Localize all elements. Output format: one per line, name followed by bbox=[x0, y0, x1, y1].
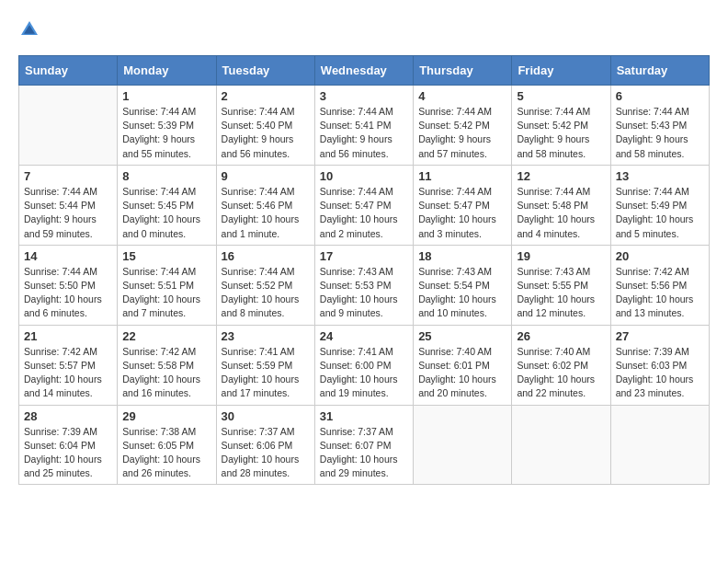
day-number: 9 bbox=[222, 169, 310, 183]
weekday-header-saturday: Saturday bbox=[610, 56, 709, 86]
calendar-cell: 22Sunrise: 7:42 AM Sunset: 5:58 PM Dayli… bbox=[118, 325, 216, 405]
logo bbox=[18, 18, 44, 40]
calendar-cell: 4Sunrise: 7:44 AM Sunset: 5:42 PM Daylig… bbox=[414, 86, 512, 166]
calendar-cell: 3Sunrise: 7:44 AM Sunset: 5:41 PM Daylig… bbox=[314, 86, 413, 166]
calendar-cell: 10Sunrise: 7:44 AM Sunset: 5:47 PM Dayli… bbox=[314, 165, 413, 245]
calendar-table: SundayMondayTuesdayWednesdayThursdayFrid… bbox=[18, 55, 710, 485]
day-number: 10 bbox=[320, 169, 408, 183]
calendar-cell: 5Sunrise: 7:44 AM Sunset: 5:42 PM Daylig… bbox=[512, 86, 610, 166]
day-info: Sunrise: 7:38 AM Sunset: 6:05 PM Dayligh… bbox=[122, 425, 210, 481]
day-number: 12 bbox=[517, 169, 605, 183]
calendar-cell: 21Sunrise: 7:42 AM Sunset: 5:57 PM Dayli… bbox=[19, 325, 118, 405]
calendar-cell: 12Sunrise: 7:44 AM Sunset: 5:48 PM Dayli… bbox=[512, 165, 610, 245]
week-row-1: 1Sunrise: 7:44 AM Sunset: 5:39 PM Daylig… bbox=[19, 86, 710, 166]
day-info: Sunrise: 7:41 AM Sunset: 6:00 PM Dayligh… bbox=[320, 345, 408, 401]
day-info: Sunrise: 7:44 AM Sunset: 5:52 PM Dayligh… bbox=[222, 265, 310, 321]
day-info: Sunrise: 7:43 AM Sunset: 5:54 PM Dayligh… bbox=[418, 265, 506, 321]
page-header bbox=[18, 18, 710, 40]
day-info: Sunrise: 7:44 AM Sunset: 5:39 PM Dayligh… bbox=[122, 105, 210, 161]
calendar-cell bbox=[512, 405, 610, 485]
day-info: Sunrise: 7:44 AM Sunset: 5:51 PM Dayligh… bbox=[122, 265, 210, 321]
day-number: 31 bbox=[320, 409, 408, 423]
calendar-cell bbox=[610, 405, 709, 485]
day-number: 25 bbox=[418, 329, 506, 343]
calendar-cell: 27Sunrise: 7:39 AM Sunset: 6:03 PM Dayli… bbox=[610, 325, 709, 405]
day-number: 7 bbox=[24, 169, 112, 183]
day-number: 29 bbox=[122, 409, 210, 423]
day-number: 26 bbox=[517, 329, 605, 343]
calendar-cell: 15Sunrise: 7:44 AM Sunset: 5:51 PM Dayli… bbox=[118, 245, 216, 325]
day-info: Sunrise: 7:44 AM Sunset: 5:41 PM Dayligh… bbox=[320, 105, 408, 161]
day-number: 24 bbox=[320, 329, 408, 343]
day-number: 23 bbox=[222, 329, 310, 343]
day-number: 21 bbox=[24, 329, 112, 343]
day-number: 27 bbox=[616, 329, 704, 343]
calendar-cell: 14Sunrise: 7:44 AM Sunset: 5:50 PM Dayli… bbox=[19, 245, 118, 325]
calendar-cell: 23Sunrise: 7:41 AM Sunset: 5:59 PM Dayli… bbox=[216, 325, 314, 405]
calendar-cell: 6Sunrise: 7:44 AM Sunset: 5:43 PM Daylig… bbox=[610, 86, 709, 166]
day-info: Sunrise: 7:44 AM Sunset: 5:50 PM Dayligh… bbox=[24, 265, 112, 321]
week-row-4: 21Sunrise: 7:42 AM Sunset: 5:57 PM Dayli… bbox=[19, 325, 710, 405]
day-info: Sunrise: 7:39 AM Sunset: 6:03 PM Dayligh… bbox=[616, 345, 704, 401]
day-number: 22 bbox=[122, 329, 210, 343]
day-info: Sunrise: 7:40 AM Sunset: 6:01 PM Dayligh… bbox=[418, 345, 506, 401]
day-info: Sunrise: 7:44 AM Sunset: 5:42 PM Dayligh… bbox=[517, 105, 605, 161]
day-number: 20 bbox=[616, 249, 704, 263]
day-info: Sunrise: 7:39 AM Sunset: 6:04 PM Dayligh… bbox=[24, 425, 112, 481]
calendar-cell bbox=[19, 86, 118, 166]
day-number: 19 bbox=[517, 249, 605, 263]
day-info: Sunrise: 7:44 AM Sunset: 5:45 PM Dayligh… bbox=[122, 185, 210, 241]
day-info: Sunrise: 7:44 AM Sunset: 5:47 PM Dayligh… bbox=[418, 185, 506, 241]
weekday-header-sunday: Sunday bbox=[19, 56, 118, 86]
day-info: Sunrise: 7:42 AM Sunset: 5:57 PM Dayligh… bbox=[24, 345, 112, 401]
day-number: 28 bbox=[24, 409, 112, 423]
calendar-cell: 24Sunrise: 7:41 AM Sunset: 6:00 PM Dayli… bbox=[314, 325, 413, 405]
day-info: Sunrise: 7:42 AM Sunset: 5:58 PM Dayligh… bbox=[122, 345, 210, 401]
calendar-cell: 28Sunrise: 7:39 AM Sunset: 6:04 PM Dayli… bbox=[19, 405, 118, 485]
day-number: 4 bbox=[418, 89, 506, 103]
day-info: Sunrise: 7:44 AM Sunset: 5:42 PM Dayligh… bbox=[418, 105, 506, 161]
day-info: Sunrise: 7:44 AM Sunset: 5:48 PM Dayligh… bbox=[517, 185, 605, 241]
calendar-cell: 20Sunrise: 7:42 AM Sunset: 5:56 PM Dayli… bbox=[610, 245, 709, 325]
day-number: 2 bbox=[222, 89, 310, 103]
calendar-cell: 13Sunrise: 7:44 AM Sunset: 5:49 PM Dayli… bbox=[610, 165, 709, 245]
day-number: 1 bbox=[122, 89, 210, 103]
week-row-2: 7Sunrise: 7:44 AM Sunset: 5:44 PM Daylig… bbox=[19, 165, 710, 245]
calendar-cell: 18Sunrise: 7:43 AM Sunset: 5:54 PM Dayli… bbox=[414, 245, 512, 325]
day-info: Sunrise: 7:44 AM Sunset: 5:47 PM Dayligh… bbox=[320, 185, 408, 241]
day-number: 3 bbox=[320, 89, 408, 103]
weekday-header-friday: Friday bbox=[512, 56, 610, 86]
week-row-3: 14Sunrise: 7:44 AM Sunset: 5:50 PM Dayli… bbox=[19, 245, 710, 325]
day-number: 15 bbox=[122, 249, 210, 263]
day-number: 30 bbox=[222, 409, 310, 423]
day-info: Sunrise: 7:37 AM Sunset: 6:06 PM Dayligh… bbox=[222, 425, 310, 481]
day-info: Sunrise: 7:44 AM Sunset: 5:40 PM Dayligh… bbox=[222, 105, 310, 161]
calendar-cell: 1Sunrise: 7:44 AM Sunset: 5:39 PM Daylig… bbox=[118, 86, 216, 166]
weekday-header-tuesday: Tuesday bbox=[216, 56, 314, 86]
day-number: 11 bbox=[418, 169, 506, 183]
day-info: Sunrise: 7:44 AM Sunset: 5:46 PM Dayligh… bbox=[222, 185, 310, 241]
calendar-cell: 30Sunrise: 7:37 AM Sunset: 6:06 PM Dayli… bbox=[216, 405, 314, 485]
day-info: Sunrise: 7:44 AM Sunset: 5:43 PM Dayligh… bbox=[616, 105, 704, 161]
day-number: 13 bbox=[616, 169, 704, 183]
day-info: Sunrise: 7:42 AM Sunset: 5:56 PM Dayligh… bbox=[616, 265, 704, 321]
day-number: 5 bbox=[517, 89, 605, 103]
weekday-header-monday: Monday bbox=[118, 56, 216, 86]
calendar-cell: 2Sunrise: 7:44 AM Sunset: 5:40 PM Daylig… bbox=[216, 86, 314, 166]
day-number: 17 bbox=[320, 249, 408, 263]
day-number: 18 bbox=[418, 249, 506, 263]
calendar-cell: 19Sunrise: 7:43 AM Sunset: 5:55 PM Dayli… bbox=[512, 245, 610, 325]
calendar-cell: 26Sunrise: 7:40 AM Sunset: 6:02 PM Dayli… bbox=[512, 325, 610, 405]
calendar-cell: 29Sunrise: 7:38 AM Sunset: 6:05 PM Dayli… bbox=[118, 405, 216, 485]
day-number: 14 bbox=[24, 249, 112, 263]
calendar-cell: 25Sunrise: 7:40 AM Sunset: 6:01 PM Dayli… bbox=[414, 325, 512, 405]
day-number: 8 bbox=[122, 169, 210, 183]
calendar-cell: 31Sunrise: 7:37 AM Sunset: 6:07 PM Dayli… bbox=[314, 405, 413, 485]
day-info: Sunrise: 7:41 AM Sunset: 5:59 PM Dayligh… bbox=[222, 345, 310, 401]
day-info: Sunrise: 7:40 AM Sunset: 6:02 PM Dayligh… bbox=[517, 345, 605, 401]
day-number: 16 bbox=[222, 249, 310, 263]
calendar-cell: 17Sunrise: 7:43 AM Sunset: 5:53 PM Dayli… bbox=[314, 245, 413, 325]
logo-icon bbox=[18, 18, 40, 40]
day-number: 6 bbox=[616, 89, 704, 103]
calendar-cell: 8Sunrise: 7:44 AM Sunset: 5:45 PM Daylig… bbox=[118, 165, 216, 245]
